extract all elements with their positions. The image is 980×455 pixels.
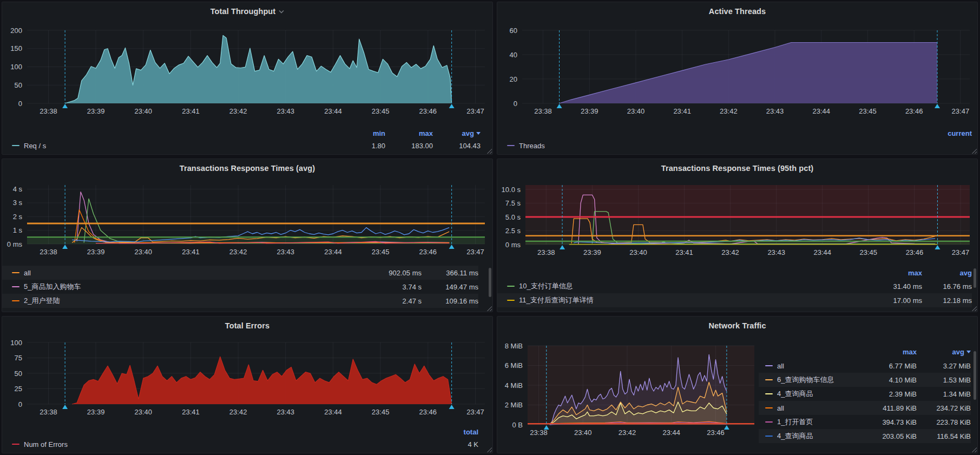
- series-max-value: 203.05 KiB: [863, 432, 917, 440]
- series-avg-value: 3.27 MiB: [917, 362, 971, 370]
- series-label: Threads: [519, 142, 972, 150]
- network-legend: max avg all 6.77 MiB 3.27 MiB 6_查询购物车信息 …: [759, 335, 977, 453]
- series-avg-value: 109.16 ms: [422, 297, 478, 305]
- throughput-chart[interactable]: 05010015020023:3823:3923:4023:4123:4223:…: [2, 21, 492, 127]
- svg-text:0 B: 0 B: [512, 421, 523, 429]
- throughput-legend: min max avg Req / s 1.80 183.00 104.43: [2, 127, 492, 154]
- series-max-value: 2.47 s: [362, 297, 422, 305]
- legend-row-reqs[interactable]: Req / s 1.80 183.00 104.43: [2, 139, 481, 152]
- svg-text:23:38: 23:38: [537, 248, 555, 256]
- series-label: 11_支付后查询订单详情: [519, 295, 870, 305]
- svg-text:23:46: 23:46: [707, 428, 725, 437]
- svg-text:23:44: 23:44: [662, 428, 680, 437]
- avg-header-label: avg: [960, 269, 972, 277]
- panel-header-network-traffic[interactable]: Network Traffic: [497, 316, 977, 335]
- series-label: all: [24, 269, 362, 277]
- legend-scrollbar[interactable]: [974, 268, 976, 288]
- svg-text:23:46: 23:46: [419, 248, 437, 256]
- svg-text:23:38: 23:38: [40, 248, 57, 256]
- legend-header-avg[interactable]: avg: [922, 269, 972, 277]
- svg-text:20: 20: [510, 75, 517, 83]
- legend-row-threads[interactable]: Threads: [497, 139, 972, 152]
- svg-text:0: 0: [18, 400, 22, 408]
- series-color-marker: [12, 145, 19, 147]
- legend-row-all-kib[interactable]: all 411.89 KiB 234.72 KiB: [759, 401, 971, 415]
- svg-text:6 MiB: 6 MiB: [505, 361, 523, 370]
- legend-header-max[interactable]: max: [863, 348, 917, 356]
- sort-caret-icon: [476, 132, 481, 135]
- legend-row-query-product-kib[interactable]: 4_查询商品 203.05 KiB 116.54 KiB: [759, 429, 971, 443]
- legend-row-add-to-cart[interactable]: 5_商品加入购物车 3.74 s 149.47 ms: [2, 280, 478, 294]
- series-avg-value: 116.54 KiB: [917, 432, 971, 440]
- svg-text:23:46: 23:46: [906, 248, 924, 256]
- series-label: 4_查询商品: [777, 431, 863, 441]
- legend-row-all[interactable]: all 902.05 ms 366.11 ms: [2, 266, 478, 280]
- legend-stat-headers: min max avg: [2, 127, 481, 139]
- svg-text:23:45: 23:45: [372, 408, 390, 416]
- max-header-label: max: [903, 348, 917, 356]
- legend-header-total[interactable]: total: [431, 428, 478, 436]
- svg-text:23:47: 23:47: [466, 408, 484, 416]
- active-threads-chart[interactable]: 020406023:3823:3923:4023:4123:4223:4323:…: [497, 21, 977, 127]
- legend-header-current[interactable]: current: [924, 129, 972, 137]
- svg-text:8 MiB: 8 MiB: [505, 342, 523, 350]
- panel-header-rt-95pct[interactable]: Transactions Response Times (95th pct): [497, 159, 977, 177]
- series-color-marker: [507, 286, 515, 287]
- svg-text:23:41: 23:41: [675, 248, 693, 256]
- panel-header-active-threads[interactable]: Active Threads: [497, 2, 977, 21]
- svg-text:1 s: 1 s: [13, 226, 23, 234]
- panel-rt-avg: Transactions Response Times (avg) 0 ms1 …: [2, 159, 493, 312]
- panel-header-total-throughput[interactable]: Total Throughput: [2, 2, 492, 21]
- network-traffic-chart[interactable]: 0 B2 MiB4 MiB6 MiB8 MiB23:3823:4023:4223…: [497, 335, 759, 453]
- panel-active-threads: Active Threads 020406023:3823:3923:4023:…: [497, 2, 978, 155]
- legend-stat-headers: max avg: [497, 266, 972, 279]
- series-label: 4_查询商品: [777, 389, 863, 399]
- legend-row-query-order-detail[interactable]: 11_支付后查询订单详情 17.00 ms 12.18 ms: [497, 293, 972, 307]
- legend-stat-headers: current: [497, 127, 972, 139]
- legend-row-query-product-mib[interactable]: 4_查询商品 2.39 MiB 1.34 MiB: [759, 387, 971, 401]
- svg-text:40: 40: [510, 51, 517, 59]
- legend-row-all-mib[interactable]: all 6.77 MiB 3.27 MiB: [759, 359, 971, 373]
- legend-header-avg[interactable]: avg: [433, 129, 481, 137]
- legend-row-user-login[interactable]: 2_用户登陆 2.47 s 109.16 ms: [2, 294, 478, 308]
- svg-text:100: 100: [10, 63, 22, 71]
- sort-caret-icon: [966, 351, 971, 353]
- svg-text:25: 25: [15, 385, 22, 393]
- series-color-marker: [12, 272, 19, 274]
- panel-header-total-errors[interactable]: Total Errors: [2, 316, 492, 335]
- series-color-marker: [12, 300, 19, 302]
- panel-title: Network Traffic: [708, 321, 766, 330]
- series-avg-value: 223.78 KiB: [917, 418, 971, 426]
- total-errors-chart[interactable]: 025507510023:3823:3923:4023:4123:4223:43…: [2, 335, 492, 426]
- svg-text:23:45: 23:45: [859, 107, 877, 115]
- series-max-value: 31.40 ms: [870, 282, 922, 291]
- series-avg-value: 104.43: [433, 142, 481, 150]
- legend-row-query-cart-info[interactable]: 6_查询购物车信息 4.10 MiB 1.53 MiB: [759, 373, 971, 387]
- legend-row-open-homepage[interactable]: 1_打开首页 394.73 KiB 223.78 KiB: [759, 415, 971, 429]
- legend-header-max[interactable]: max: [385, 129, 433, 137]
- legend-header-max[interactable]: max: [870, 269, 922, 277]
- legend-row-num-of-errors[interactable]: Num of Errors 4 K: [2, 438, 478, 451]
- legend-header-avg[interactable]: avg: [917, 348, 971, 356]
- legend-header-min[interactable]: min: [338, 129, 385, 137]
- svg-text:23:45: 23:45: [860, 248, 878, 256]
- svg-text:2.5 s: 2.5 s: [505, 227, 521, 235]
- rt-95pct-chart[interactable]: 0 ms2.5 s5.0 s7.5 s10.0 s23:3823:3923:40…: [497, 177, 977, 266]
- svg-text:23:46: 23:46: [905, 107, 923, 115]
- legend-row-pay-order-info[interactable]: 10_支付订单信息 31.40 ms 16.76 ms: [497, 279, 972, 293]
- legend-scrollbar[interactable]: [489, 268, 491, 297]
- panel-header-rt-avg[interactable]: Transactions Response Times (avg): [2, 159, 492, 177]
- svg-text:23:41: 23:41: [182, 408, 200, 416]
- series-label: Req / s: [24, 142, 338, 150]
- svg-text:23:45: 23:45: [372, 248, 390, 256]
- svg-text:23:47: 23:47: [952, 107, 970, 115]
- svg-text:23:41: 23:41: [182, 248, 200, 256]
- legend-scrollbar[interactable]: [974, 351, 976, 400]
- svg-text:23:41: 23:41: [182, 107, 200, 115]
- svg-text:200: 200: [10, 27, 22, 35]
- svg-text:23:43: 23:43: [277, 107, 295, 115]
- rt-avg-chart[interactable]: 0 ms1 s2 s3 s4 s23:3823:3923:4023:4123:4…: [2, 177, 492, 266]
- svg-text:23:42: 23:42: [619, 428, 636, 437]
- panel-title: Total Errors: [225, 321, 269, 330]
- series-label: Num of Errors: [24, 440, 431, 449]
